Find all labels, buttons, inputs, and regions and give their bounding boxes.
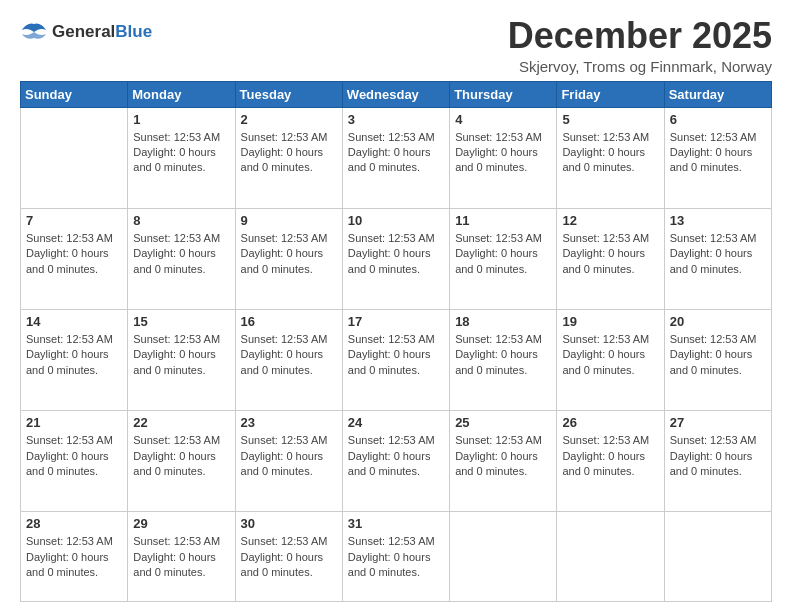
day-info: Sunset: 12:53 AMDaylight: 0 hours and 0 … <box>670 130 766 176</box>
calendar-cell: 26Sunset: 12:53 AMDaylight: 0 hours and … <box>557 411 664 512</box>
calendar-cell: 23Sunset: 12:53 AMDaylight: 0 hours and … <box>235 411 342 512</box>
calendar-cell: 1Sunset: 12:53 AMDaylight: 0 hours and 0… <box>128 107 235 208</box>
col-header-sunday: Sunday <box>21 81 128 107</box>
day-number: 29 <box>133 516 229 531</box>
day-info: Sunset: 12:53 AMDaylight: 0 hours and 0 … <box>133 534 229 580</box>
calendar-cell <box>21 107 128 208</box>
day-number: 16 <box>241 314 337 329</box>
calendar-week-3: 21Sunset: 12:53 AMDaylight: 0 hours and … <box>21 411 772 512</box>
day-info: Sunset: 12:53 AMDaylight: 0 hours and 0 … <box>562 433 658 479</box>
day-info: Sunset: 12:53 AMDaylight: 0 hours and 0 … <box>241 332 337 378</box>
day-info: Sunset: 12:53 AMDaylight: 0 hours and 0 … <box>241 130 337 176</box>
calendar-week-4: 28Sunset: 12:53 AMDaylight: 0 hours and … <box>21 512 772 602</box>
col-header-friday: Friday <box>557 81 664 107</box>
day-info: Sunset: 12:53 AMDaylight: 0 hours and 0 … <box>348 433 444 479</box>
day-info: Sunset: 12:53 AMDaylight: 0 hours and 0 … <box>455 231 551 277</box>
day-info: Sunset: 12:53 AMDaylight: 0 hours and 0 … <box>26 433 122 479</box>
day-number: 14 <box>26 314 122 329</box>
day-number: 25 <box>455 415 551 430</box>
day-number: 6 <box>670 112 766 127</box>
col-header-saturday: Saturday <box>664 81 771 107</box>
day-info: Sunset: 12:53 AMDaylight: 0 hours and 0 … <box>133 433 229 479</box>
day-number: 3 <box>348 112 444 127</box>
calendar-cell: 28Sunset: 12:53 AMDaylight: 0 hours and … <box>21 512 128 602</box>
calendar-cell: 14Sunset: 12:53 AMDaylight: 0 hours and … <box>21 309 128 410</box>
day-number: 13 <box>670 213 766 228</box>
day-number: 10 <box>348 213 444 228</box>
day-number: 5 <box>562 112 658 127</box>
calendar-cell: 10Sunset: 12:53 AMDaylight: 0 hours and … <box>342 208 449 309</box>
calendar-cell: 27Sunset: 12:53 AMDaylight: 0 hours and … <box>664 411 771 512</box>
day-number: 7 <box>26 213 122 228</box>
calendar-cell: 19Sunset: 12:53 AMDaylight: 0 hours and … <box>557 309 664 410</box>
day-number: 18 <box>455 314 551 329</box>
calendar-week-0: 1Sunset: 12:53 AMDaylight: 0 hours and 0… <box>21 107 772 208</box>
calendar-cell: 29Sunset: 12:53 AMDaylight: 0 hours and … <box>128 512 235 602</box>
calendar-cell: 25Sunset: 12:53 AMDaylight: 0 hours and … <box>450 411 557 512</box>
day-info: Sunset: 12:53 AMDaylight: 0 hours and 0 … <box>241 534 337 580</box>
calendar-week-2: 14Sunset: 12:53 AMDaylight: 0 hours and … <box>21 309 772 410</box>
page: GeneralBlue December 2025 Skjervoy, Trom… <box>0 0 792 612</box>
day-info: Sunset: 12:53 AMDaylight: 0 hours and 0 … <box>348 332 444 378</box>
calendar-cell <box>450 512 557 602</box>
calendar-cell: 22Sunset: 12:53 AMDaylight: 0 hours and … <box>128 411 235 512</box>
calendar-table: SundayMondayTuesdayWednesdayThursdayFrid… <box>20 81 772 602</box>
calendar-cell: 6Sunset: 12:53 AMDaylight: 0 hours and 0… <box>664 107 771 208</box>
calendar-cell: 7Sunset: 12:53 AMDaylight: 0 hours and 0… <box>21 208 128 309</box>
calendar-week-1: 7Sunset: 12:53 AMDaylight: 0 hours and 0… <box>21 208 772 309</box>
calendar-cell: 11Sunset: 12:53 AMDaylight: 0 hours and … <box>450 208 557 309</box>
day-info: Sunset: 12:53 AMDaylight: 0 hours and 0 … <box>133 332 229 378</box>
day-info: Sunset: 12:53 AMDaylight: 0 hours and 0 … <box>348 231 444 277</box>
day-number: 26 <box>562 415 658 430</box>
day-info: Sunset: 12:53 AMDaylight: 0 hours and 0 … <box>133 130 229 176</box>
day-info: Sunset: 12:53 AMDaylight: 0 hours and 0 … <box>133 231 229 277</box>
col-header-tuesday: Tuesday <box>235 81 342 107</box>
day-number: 12 <box>562 213 658 228</box>
day-info: Sunset: 12:53 AMDaylight: 0 hours and 0 … <box>241 433 337 479</box>
day-info: Sunset: 12:53 AMDaylight: 0 hours and 0 … <box>670 231 766 277</box>
calendar-cell: 17Sunset: 12:53 AMDaylight: 0 hours and … <box>342 309 449 410</box>
day-number: 20 <box>670 314 766 329</box>
day-info: Sunset: 12:53 AMDaylight: 0 hours and 0 … <box>562 332 658 378</box>
day-number: 28 <box>26 516 122 531</box>
location-title: Skjervoy, Troms og Finnmark, Norway <box>508 58 772 75</box>
day-number: 21 <box>26 415 122 430</box>
calendar-cell: 31Sunset: 12:53 AMDaylight: 0 hours and … <box>342 512 449 602</box>
col-header-monday: Monday <box>128 81 235 107</box>
logo: GeneralBlue <box>20 20 152 44</box>
day-number: 27 <box>670 415 766 430</box>
month-title: December 2025 <box>508 16 772 56</box>
day-number: 11 <box>455 213 551 228</box>
day-number: 24 <box>348 415 444 430</box>
calendar-cell: 15Sunset: 12:53 AMDaylight: 0 hours and … <box>128 309 235 410</box>
day-number: 4 <box>455 112 551 127</box>
day-info: Sunset: 12:53 AMDaylight: 0 hours and 0 … <box>670 332 766 378</box>
calendar-cell <box>664 512 771 602</box>
day-number: 23 <box>241 415 337 430</box>
calendar-cell: 8Sunset: 12:53 AMDaylight: 0 hours and 0… <box>128 208 235 309</box>
header: GeneralBlue December 2025 Skjervoy, Trom… <box>20 16 772 75</box>
day-number: 15 <box>133 314 229 329</box>
day-number: 17 <box>348 314 444 329</box>
day-info: Sunset: 12:53 AMDaylight: 0 hours and 0 … <box>241 231 337 277</box>
day-number: 8 <box>133 213 229 228</box>
calendar-cell: 9Sunset: 12:53 AMDaylight: 0 hours and 0… <box>235 208 342 309</box>
logo-icon <box>20 20 48 44</box>
col-header-thursday: Thursday <box>450 81 557 107</box>
title-block: December 2025 Skjervoy, Troms og Finnmar… <box>508 16 772 75</box>
day-number: 22 <box>133 415 229 430</box>
calendar-cell: 30Sunset: 12:53 AMDaylight: 0 hours and … <box>235 512 342 602</box>
day-info: Sunset: 12:53 AMDaylight: 0 hours and 0 … <box>455 332 551 378</box>
day-number: 1 <box>133 112 229 127</box>
day-info: Sunset: 12:53 AMDaylight: 0 hours and 0 … <box>670 433 766 479</box>
calendar-cell <box>557 512 664 602</box>
day-info: Sunset: 12:53 AMDaylight: 0 hours and 0 … <box>348 130 444 176</box>
day-info: Sunset: 12:53 AMDaylight: 0 hours and 0 … <box>455 130 551 176</box>
calendar-cell: 18Sunset: 12:53 AMDaylight: 0 hours and … <box>450 309 557 410</box>
calendar-cell: 3Sunset: 12:53 AMDaylight: 0 hours and 0… <box>342 107 449 208</box>
calendar-header-row: SundayMondayTuesdayWednesdayThursdayFrid… <box>21 81 772 107</box>
day-info: Sunset: 12:53 AMDaylight: 0 hours and 0 … <box>26 332 122 378</box>
day-info: Sunset: 12:53 AMDaylight: 0 hours and 0 … <box>348 534 444 580</box>
col-header-wednesday: Wednesday <box>342 81 449 107</box>
calendar-cell: 21Sunset: 12:53 AMDaylight: 0 hours and … <box>21 411 128 512</box>
